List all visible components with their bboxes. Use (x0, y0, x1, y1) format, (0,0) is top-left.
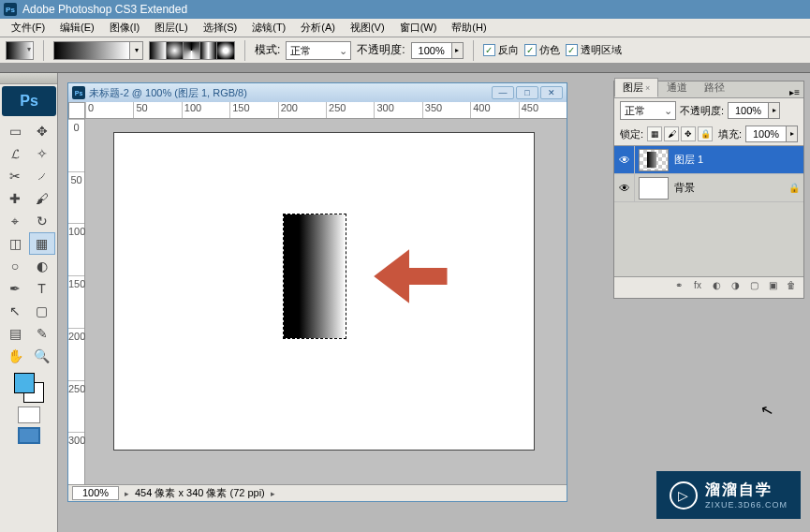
brush-tool[interactable]: 🖌 (29, 187, 55, 210)
blur-tool[interactable]: ○ (2, 255, 28, 277)
close-button[interactable]: ✕ (540, 86, 563, 99)
document-window: Ps 未标题-2 @ 100% (图层 1, RGB/8) — □ ✕ 0 50… (67, 82, 567, 502)
layer-style-icon[interactable]: fx (689, 280, 706, 295)
quick-mask-toggle[interactable] (18, 406, 40, 423)
path-select-tool[interactable]: ↖ (2, 300, 28, 322)
gradient-dropdown-arrow[interactable]: ▾ (130, 41, 143, 60)
marquee-selection[interactable] (283, 214, 346, 339)
lasso-tool[interactable]: 𝓛 (2, 142, 28, 165)
menu-image[interactable]: 图像(I) (102, 19, 147, 37)
minimize-button[interactable]: — (492, 86, 514, 99)
layer-thumbnail[interactable] (639, 177, 669, 200)
color-swatches[interactable] (14, 373, 44, 403)
workspace: Ps 未标题-2 @ 100% (图层 1, RGB/8) — □ ✕ 0 50… (58, 73, 608, 532)
horizontal-ruler[interactable]: 0 50 100 150 200 250 300 350 400 450 (85, 102, 567, 119)
fill-arrow[interactable]: ▸ (787, 126, 798, 142)
layer-row[interactable]: 👁 图层 1 (614, 146, 803, 174)
transparency-checkbox[interactable]: ✓ (566, 44, 578, 56)
history-brush-tool[interactable]: ↻ (29, 210, 55, 232)
notes-tool[interactable]: ▤ (2, 322, 28, 345)
dodge-tool[interactable]: ◐ (29, 255, 55, 277)
tool-preset-dropdown[interactable] (6, 41, 34, 60)
layer-name[interactable]: 背景 (672, 181, 785, 195)
gradient-type-group (149, 41, 235, 60)
document-body: 0 50 100 150 200 250 300 350 400 450 050… (68, 102, 567, 484)
heal-tool[interactable]: ✚ (2, 187, 28, 210)
menu-edit[interactable]: 编辑(E) (52, 19, 102, 37)
gradient-radial-button[interactable] (167, 42, 184, 59)
slice-tool[interactable]: ⟋ (29, 165, 55, 187)
gradient-angle-button[interactable] (184, 42, 200, 59)
menu-select[interactable]: 选择(S) (196, 19, 245, 37)
lock-position-icon[interactable]: ✥ (681, 126, 696, 141)
lock-all-icon[interactable]: 🔒 (698, 126, 713, 141)
eyedropper-tool[interactable]: ✎ (29, 322, 55, 345)
layer-mask-icon[interactable]: ◐ (708, 280, 725, 295)
menu-window[interactable]: 窗口(W) (392, 19, 445, 37)
lock-transparency-icon[interactable]: ▦ (647, 126, 662, 141)
dither-checkbox[interactable]: ✓ (524, 44, 537, 56)
layer-name[interactable]: 图层 1 (672, 153, 803, 167)
ruler-origin[interactable] (68, 102, 85, 119)
delete-layer-icon[interactable]: 🗑 (783, 280, 800, 295)
lock-pixels-icon[interactable]: 🖌 (664, 126, 679, 141)
layer-thumbnail[interactable] (639, 149, 669, 171)
tools-grip[interactable] (0, 73, 57, 84)
group-icon[interactable]: ▢ (745, 280, 762, 295)
gradient-diamond-button[interactable] (217, 42, 234, 59)
maximize-button[interactable]: □ (516, 86, 538, 99)
wand-tool[interactable]: ✧ (29, 142, 55, 165)
menu-filter[interactable]: 滤镜(T) (244, 19, 293, 37)
separator (244, 40, 245, 61)
zoom-tool[interactable]: 🔍 (29, 345, 55, 367)
canvas-viewport[interactable] (85, 119, 567, 467)
visibility-toggle-icon[interactable]: 👁 (614, 174, 635, 201)
menu-layer[interactable]: 图层(L) (147, 19, 195, 37)
type-tool[interactable]: T (29, 277, 55, 300)
zoom-input[interactable]: 100% (72, 486, 119, 500)
document-titlebar[interactable]: Ps 未标题-2 @ 100% (图层 1, RGB/8) — □ ✕ (68, 83, 567, 102)
link-layers-icon[interactable]: ⚭ (670, 280, 687, 295)
gradient-tool[interactable]: ▦ (29, 232, 55, 255)
adjustment-layer-icon[interactable]: ◑ (727, 280, 744, 295)
eraser-tool[interactable]: ◫ (2, 232, 28, 255)
menu-file[interactable]: 文件(F) (4, 19, 52, 37)
gradient-picker[interactable] (53, 41, 130, 60)
tab-channels[interactable]: 通道 (658, 78, 696, 97)
gradient-linear-button[interactable] (150, 42, 167, 59)
visibility-toggle-icon[interactable]: 👁 (614, 146, 635, 173)
layer-opacity-arrow[interactable]: ▸ (769, 102, 780, 119)
tab-layers[interactable]: 图层× (614, 78, 658, 97)
marquee-tool[interactable]: ▭ (2, 120, 28, 142)
opacity-arrow[interactable]: ▸ (452, 42, 464, 59)
vertical-ruler[interactable]: 050100 150200250 300 (68, 119, 85, 484)
pen-tool[interactable]: ✒ (2, 277, 28, 300)
blend-mode-select[interactable]: 正常 (286, 41, 351, 60)
foreground-color-swatch[interactable] (14, 373, 35, 393)
new-layer-icon[interactable]: ▣ (764, 280, 781, 295)
canvas[interactable] (113, 132, 535, 451)
layers-panel-footer: ⚭ fx ◐ ◑ ▢ ▣ 🗑 (614, 276, 803, 298)
shape-tool[interactable]: ▢ (29, 300, 55, 322)
gradient-reflected-button[interactable] (200, 42, 217, 59)
fill-input[interactable]: 100% (745, 126, 787, 142)
tab-paths[interactable]: 路径 (696, 78, 733, 97)
layer-row[interactable]: 👁 背景 🔒 (614, 174, 803, 202)
layer-opacity-input[interactable]: 100% (728, 102, 769, 119)
screen-mode-toggle[interactable] (18, 427, 40, 444)
transparency-label: 透明区域 (581, 43, 622, 57)
menu-view[interactable]: 视图(V) (343, 19, 392, 37)
opacity-input[interactable]: 100% (411, 42, 452, 59)
layer-blend-mode-select[interactable]: 正常 (620, 101, 676, 120)
panel-menu-icon[interactable]: ▸≡ (786, 87, 803, 97)
right-panel-dock: 图层× 通道 路径 ▸≡ 正常 不透明度: 100% ▸ 锁定: ▦ 🖌 ✥ (608, 73, 810, 532)
status-arrow-icon[interactable]: ▸ (125, 489, 129, 498)
reverse-checkbox[interactable]: ✓ (483, 44, 495, 56)
stamp-tool[interactable]: ⌖ (2, 210, 28, 232)
menu-help[interactable]: 帮助(H) (444, 19, 493, 37)
move-tool[interactable]: ✥ (29, 120, 55, 142)
menu-analysis[interactable]: 分析(A) (293, 19, 343, 37)
hand-tool[interactable]: ✋ (2, 345, 28, 367)
crop-tool[interactable]: ✂ (2, 165, 28, 187)
status-menu-icon[interactable]: ▸ (271, 489, 275, 498)
